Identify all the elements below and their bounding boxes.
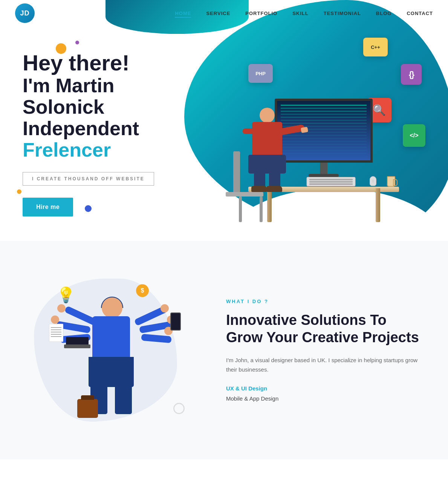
desk-scene [229,41,418,222]
chair-back [233,151,240,193]
person-shoe-left [251,186,267,192]
about-heading: Innovative Solutions To Grow Your Creati… [226,312,425,346]
chair-seat [226,192,263,197]
hero-name: I'm Martin Solonick [23,75,181,118]
nav-testimonial[interactable]: TESTIMONIAL [324,11,361,16]
nav-service[interactable]: SERVICE [206,11,230,16]
about-section-label: WHAT I DO ? [226,299,425,304]
about-illustration: 💡 $ [23,271,203,429]
service-text-2: Mobile & App Design [226,395,425,402]
keyboard [307,177,356,186]
about-section: 💡 $ WHAT I DO ? Innovative Solutions To … [0,241,448,459]
person-shoe-right [266,186,282,192]
mouse [370,176,376,186]
hero-tagline: I CREATE THOUSAND OFF WEBSITE [23,172,154,186]
coin-icon: $ [136,284,149,297]
logo[interactable]: JD [15,3,35,23]
mp-bag [77,399,98,418]
person-figure [241,108,301,190]
about-text: WHAT I DO ? Innovative Solutions To Grow… [226,299,425,401]
mp-arm-6 [141,334,171,343]
hero-greeting: Hey there! [23,51,181,75]
hero-role-prefix: Independent [23,117,139,139]
monitor-base [309,174,339,177]
hero-role: Independent Frelencer [23,118,181,161]
lightbulb-icon: 💡 [57,286,75,304]
service-link-1[interactable]: UX & UI Design [226,385,425,392]
multi-person-figure: 💡 $ [53,275,173,425]
monitor-stand [320,163,327,174]
nav-home[interactable]: HOME [175,11,191,18]
docs-icon [49,324,63,342]
mp-head [102,297,122,318]
person-body [252,122,282,156]
nav-contact[interactable]: CONTACT [407,11,433,16]
hire-me-button[interactable]: Hire me [23,198,73,216]
mp-body [92,316,130,358]
desk-leg-left [267,188,272,222]
mp-leg-right [115,384,132,414]
nav-blog[interactable]: BLOG [376,11,392,16]
chair-leg-1 [239,197,242,222]
mp-hand-1 [57,304,66,312]
hero-section: Hey there! I'm Martin Solonick Independe… [0,0,448,241]
mp-laptop [64,344,90,348]
nav-portfolio[interactable]: PORTFOLIO [245,11,277,16]
mp-pants [89,357,134,387]
hero-content: Hey there! I'm Martin Solonick Independe… [0,40,203,228]
navigation: JD HOME SERVICE PORTFOLIO SKILL TESTIMON… [0,0,448,26]
coffee-mug [387,176,395,187]
hero-role-accent: Frelencer [23,139,111,161]
mp-hand-2 [51,315,59,324]
nav-links: HOME SERVICE PORTFOLIO SKILL TESTIMONIAL… [175,10,433,17]
mp-hand-4 [161,304,169,312]
about-description: I'm John, a visual designer based in UK.… [226,355,425,375]
person-arm-left [243,128,254,134]
desk-leg-right [376,188,380,222]
nav-skill[interactable]: SKILL [292,11,309,16]
person-head [260,108,275,123]
phone-icon [170,312,181,331]
chair-leg-2 [260,197,263,222]
hero-illustration: PHP C++ {} 🔍 </> [214,26,433,237]
about-ring [173,403,185,414]
